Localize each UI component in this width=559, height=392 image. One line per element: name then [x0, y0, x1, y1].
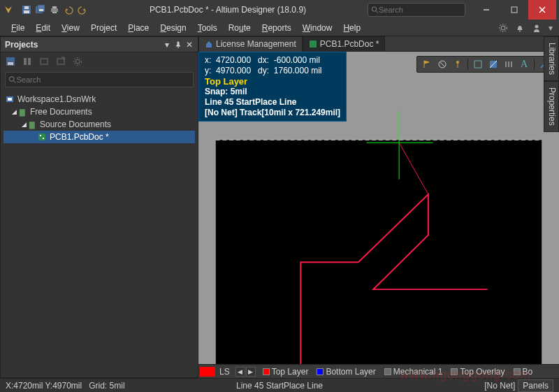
layer-top-overlay[interactable]: Top Overlay	[447, 367, 509, 377]
minimize-button[interactable]	[472, 0, 500, 20]
menu-file[interactable]: File	[6, 22, 30, 34]
layer-more[interactable]: Bo	[509, 367, 537, 377]
bell-icon[interactable]	[514, 22, 525, 34]
layer-bottom[interactable]: Bottom Layer	[312, 367, 379, 377]
maximize-button[interactable]	[500, 0, 528, 20]
settings-icon[interactable]	[72, 56, 83, 67]
clear-icon[interactable]	[437, 59, 448, 70]
menu-route[interactable]: Route	[223, 22, 256, 34]
svg-rect-12	[511, 7, 517, 13]
active-layer-swatch[interactable]	[200, 367, 215, 377]
side-tab-libraries[interactable]: Libraries	[544, 36, 559, 81]
tab-pcbdoc[interactable]: PCB1.PcbDoc *	[303, 36, 386, 52]
svg-rect-39	[474, 61, 481, 68]
align-icon[interactable]	[503, 59, 514, 70]
svg-rect-23	[41, 59, 48, 64]
tree-free-documents[interactable]: ◢ ▇ Free Documents	[3, 106, 195, 118]
status-net: [No Net]	[484, 381, 515, 391]
project-search-input[interactable]	[16, 75, 190, 84]
home-icon	[205, 40, 213, 48]
expand-arrow-icon[interactable]: ◢	[10, 108, 17, 115]
menu-place[interactable]: Place	[122, 22, 154, 34]
flag-icon[interactable]	[421, 59, 433, 70]
tree-file-pcbdoc[interactable]: PCB1.PcbDoc *	[3, 131, 195, 143]
editor-area: License Management PCB1.PcbDoc * x: 4720…	[198, 36, 559, 378]
refresh-icon[interactable]	[55, 56, 66, 67]
menu-window[interactable]: Window	[297, 22, 338, 34]
svg-line-10	[376, 11, 378, 13]
panel-menu-icon[interactable]: ▾	[163, 41, 171, 49]
save-all-icon[interactable]	[35, 4, 46, 15]
expand-arrow-icon[interactable]: ◢	[20, 121, 27, 128]
svg-point-9	[372, 7, 376, 11]
projects-panel: Projects ▾ ✕ Workspace1.DsnWrk	[0, 36, 198, 378]
layer-mech1[interactable]: Mechanical 1	[380, 367, 447, 377]
svg-rect-31	[38, 133, 45, 140]
jump-icon[interactable]	[452, 59, 463, 70]
user-icon[interactable]	[531, 22, 542, 34]
titlebar: PCB1.PcbDoc * - Altium Designer (18.0.9)	[0, 0, 559, 20]
folder-icon: ▇	[17, 107, 27, 117]
pin-icon[interactable]	[174, 41, 182, 49]
svg-rect-7	[52, 6, 57, 8]
panels-button[interactable]: Panels	[518, 379, 553, 392]
layer-next-button[interactable]: ▶	[246, 367, 256, 377]
menu-design[interactable]: Design	[154, 22, 191, 34]
canvas-toolbar: A	[416, 56, 555, 73]
text-icon[interactable]: A	[518, 59, 530, 70]
menu-reports[interactable]: Reports	[256, 22, 297, 34]
svg-rect-2	[24, 6, 29, 9]
side-tab-properties[interactable]: Properties	[544, 81, 559, 132]
pcb-file-icon	[37, 132, 47, 142]
pcb-file-icon	[309, 40, 317, 48]
svg-point-18	[535, 24, 539, 28]
svg-rect-21	[24, 58, 27, 65]
project-options-icon[interactable]	[38, 56, 50, 67]
close-button[interactable]	[528, 0, 556, 20]
status-mode: Line 45 StartPlace Line	[236, 381, 323, 391]
project-tree: Workspace1.DsnWrk ◢ ▇ Free Documents ◢ ▇…	[1, 89, 198, 377]
gear-icon[interactable]	[498, 22, 509, 34]
global-search[interactable]	[368, 3, 465, 17]
search-input[interactable]	[379, 6, 462, 14]
layer-top[interactable]: Top Layer	[259, 367, 313, 377]
chevron-down-icon[interactable]: ▾	[548, 22, 553, 34]
menu-project[interactable]: Project	[85, 22, 122, 34]
tree-workspace[interactable]: Workspace1.DsnWrk	[3, 93, 195, 106]
print-icon[interactable]	[49, 4, 60, 15]
compile-icon[interactable]	[22, 56, 33, 67]
save-icon[interactable]	[21, 4, 32, 15]
tab-license[interactable]: License Management	[198, 36, 303, 52]
svg-rect-1	[24, 10, 29, 13]
projects-title: Projects	[5, 40, 38, 50]
svg-rect-6	[51, 8, 58, 12]
svg-rect-30	[8, 98, 12, 101]
svg-rect-8	[52, 12, 57, 13]
svg-point-26	[74, 58, 82, 66]
menu-edit[interactable]: Edit	[30, 22, 56, 34]
pcb-canvas-area[interactable]: x: 4720.000 dx: -600.000 mil y: 4970.000…	[198, 52, 559, 364]
undo-icon[interactable]	[63, 4, 74, 15]
coordinate-hud: x: 4720.000 dx: -600.000 mil y: 4970.000…	[198, 52, 347, 122]
svg-line-36	[440, 62, 444, 66]
side-panel-tabs: Libraries Properties	[544, 36, 559, 378]
layer-prev-button[interactable]: ◀	[235, 367, 245, 377]
redo-icon[interactable]	[77, 4, 88, 15]
tree-source-documents[interactable]: ◢ ▇ Source Documents	[3, 118, 195, 131]
svg-rect-34	[310, 41, 317, 48]
menubar: File Edit View Project Place Design Tool…	[0, 20, 559, 36]
panel-close-icon[interactable]: ✕	[185, 41, 194, 49]
svg-rect-22	[28, 58, 31, 65]
layer-set-button[interactable]: LS	[217, 367, 233, 377]
menu-tools[interactable]: Tools	[192, 22, 223, 34]
menu-help[interactable]: Help	[337, 22, 366, 34]
statusbar: X:4720mil Y:4970mil Grid: 5mil Line 45 S…	[0, 378, 559, 392]
svg-line-28	[14, 81, 16, 83]
filter-icon[interactable]	[488, 59, 499, 70]
layer-bar: LS ◀ ▶ Top Layer Bottom Layer Mechanical…	[198, 364, 559, 378]
select-icon[interactable]	[472, 59, 484, 70]
project-search[interactable]	[5, 72, 194, 87]
save-project-icon[interactable]	[5, 56, 16, 67]
menu-view[interactable]: View	[56, 22, 85, 34]
search-icon	[371, 6, 379, 14]
